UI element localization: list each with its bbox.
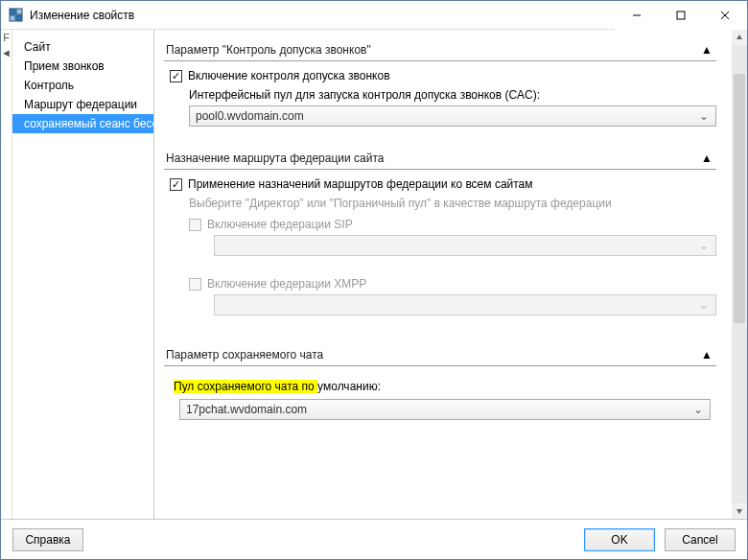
section-title: Параметр сохраняемого чата <box>166 348 699 362</box>
svg-rect-1 <box>16 9 22 14</box>
checkbox-apply-federation-all[interactable] <box>170 178 182 191</box>
select-value: 17pchat.wvdomain.com <box>186 403 692 416</box>
chevron-down-icon: ⌄ <box>692 403 704 416</box>
collapse-icon: ▲ <box>699 152 714 165</box>
field-label-default-pchat-hl: Пул сохраняемого чата по <box>174 380 317 393</box>
section-header-cac[interactable]: Параметр "Контроль допуска звонков" ▲ <box>164 39 716 61</box>
close-button[interactable] <box>703 1 747 30</box>
help-button[interactable]: Справка <box>12 528 83 551</box>
sidebar-item-label: Контроль <box>24 79 74 92</box>
dialog-body: F ◄ Сайт Прием звонков Контроль Маршрут … <box>1 30 747 519</box>
scroll-track[interactable] <box>732 45 747 503</box>
cancel-button[interactable]: Cancel <box>665 528 736 551</box>
select-sip-pool: ⌄ <box>214 235 716 256</box>
select-cac-pool[interactable]: pool0.wvdomain.com ⌄ <box>189 105 716 127</box>
select-xmpp-pool: ⌄ <box>214 294 716 315</box>
checkbox-enable-xmpp <box>189 278 201 291</box>
maximize-button[interactable] <box>659 1 703 30</box>
properties-dialog: Изменение свойств F ◄ Сайт Прием звонков… <box>0 0 748 560</box>
select-value: pool0.wvdomain.com <box>196 109 698 123</box>
field-label-default-pchat-rest: умолчанию: <box>317 380 381 393</box>
svg-marker-9 <box>736 509 742 514</box>
window-title: Изменение свойств <box>30 9 134 22</box>
collapse-icon: ▲ <box>699 348 714 362</box>
checkbox-label: Применение назначений маршрутов федераци… <box>188 177 533 191</box>
main-scrollbar[interactable] <box>732 30 747 519</box>
field-label-choose-route: Выберите "Директор" или "Пограничный пул… <box>189 197 716 210</box>
section-header-federation[interactable]: Назначение маршрута федерации сайта ▲ <box>164 148 716 170</box>
checkbox-label: Включение федерации XMPP <box>207 277 366 291</box>
button-label: Cancel <box>682 533 717 547</box>
section-title: Назначение маршрута федерации сайта <box>166 152 699 165</box>
left-strip-glyph: F <box>3 32 10 43</box>
chevron-down-icon: ⌄ <box>698 239 710 252</box>
button-label: Справка <box>25 533 70 547</box>
sidebar-item-persistent-chat[interactable]: сохраняемый сеанс беседы <box>12 114 153 133</box>
sidebar: Сайт Прием звонков Контроль Маршрут феде… <box>12 30 154 519</box>
chevron-down-icon: ⌄ <box>698 109 710 123</box>
checkbox-label: Включение федерации SIP <box>207 218 353 231</box>
sidebar-item-federation-route[interactable]: Маршрут федерации <box>12 95 153 114</box>
sidebar-item-label: сохраняемый сеанс беседы <box>24 117 153 130</box>
main-panel: Параметр "Контроль допуска звонков" ▲ Вк… <box>154 30 747 519</box>
section-title: Параметр "Контроль допуска звонков" <box>166 43 699 57</box>
left-strip-arrow: ◄ <box>1 47 12 58</box>
checkbox-label: Включение контроля допуска звонков <box>188 69 390 82</box>
scroll-up-icon[interactable] <box>732 30 747 45</box>
chevron-down-icon: ⌄ <box>698 298 710 312</box>
checkbox-enable-cac[interactable] <box>170 70 182 82</box>
svg-rect-0 <box>10 9 15 14</box>
svg-marker-8 <box>736 35 742 39</box>
sidebar-item-site[interactable]: Сайт <box>12 37 153 57</box>
svg-rect-3 <box>16 15 22 21</box>
minimize-button[interactable] <box>615 1 659 30</box>
checkbox-enable-sip <box>189 219 201 231</box>
sidebar-item-control[interactable]: Контроль <box>12 76 153 95</box>
content-area: Параметр "Контроль допуска звонков" ▲ Вк… <box>154 30 732 519</box>
app-icon <box>9 8 24 23</box>
titlebar: Изменение свойств <box>1 1 747 30</box>
sidebar-item-label: Прием звонков <box>24 59 105 73</box>
svg-rect-2 <box>10 15 15 21</box>
svg-rect-5 <box>677 12 685 19</box>
select-pchat-pool[interactable]: 17pchat.wvdomain.com ⌄ <box>179 399 711 420</box>
dialog-footer: Справка OK Cancel <box>1 519 747 559</box>
field-label-cac-pool: Интерфейсный пул для запуска контроля до… <box>189 88 716 102</box>
collapse-icon: ▲ <box>699 43 714 57</box>
scroll-down-icon[interactable] <box>732 503 747 519</box>
sidebar-item-label: Маршрут федерации <box>24 98 137 111</box>
sidebar-item-call-admission[interactable]: Прием звонков <box>12 57 153 76</box>
ok-button[interactable]: OK <box>584 528 655 551</box>
left-strip: F ◄ <box>1 30 12 519</box>
sidebar-item-label: Сайт <box>24 40 51 54</box>
button-label: OK <box>611 533 627 547</box>
section-header-pchat[interactable]: Параметр сохраняемого чата ▲ <box>164 344 716 366</box>
scroll-thumb[interactable] <box>734 74 745 323</box>
